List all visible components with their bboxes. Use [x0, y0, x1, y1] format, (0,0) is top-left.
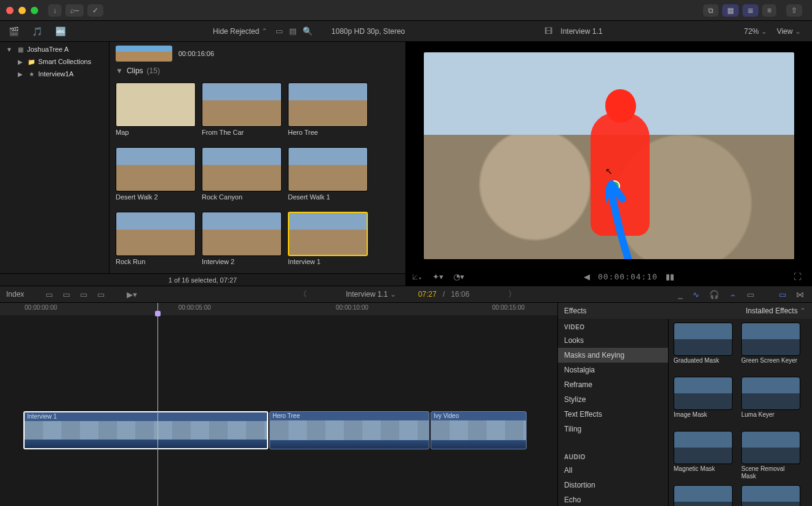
library-icon[interactable]: 🎬	[6, 24, 21, 39]
snapping-icon[interactable]: ⫠	[727, 290, 739, 299]
zoom-menu[interactable]: 72% ⌄	[744, 27, 766, 36]
effects-category[interactable]: Looks	[558, 333, 668, 348]
browser-clip[interactable]: Map	[116, 82, 196, 136]
effects-category[interactable]: Distortion	[558, 478, 668, 492]
background-tasks-button[interactable]: ✓	[87, 4, 103, 17]
timeline-clip[interactable]: Hero Tree	[269, 411, 429, 449]
disclosure-triangle-icon[interactable]: ▶	[16, 71, 25, 78]
hero-thumbnail[interactable]	[116, 46, 172, 62]
enhance-icon[interactable]: ✦▾	[431, 272, 445, 281]
audio-skimming-icon[interactable]: ∿	[691, 290, 701, 299]
browser-clip[interactable]: Desert Walk 2	[116, 147, 196, 201]
maximize-window-button[interactable]	[31, 7, 38, 14]
clip-thumbnail[interactable]	[116, 212, 196, 256]
minimize-window-button[interactable]	[18, 7, 26, 14]
sidebar-item-smart-collections[interactable]: ▶ 📁 Smart Collections	[0, 55, 109, 68]
viewer-canvas[interactable]: ↖ +	[424, 52, 794, 259]
nav-fwd-icon[interactable]: 〉	[506, 289, 518, 300]
import-button[interactable]: ↓	[48, 4, 62, 17]
clip-thumbnail[interactable]	[288, 147, 368, 191]
effects-category[interactable]: All	[558, 463, 668, 478]
effect-item[interactable]: Luma Keyer	[741, 377, 800, 426]
clip-appearance-icon[interactable]: ▭	[276, 26, 283, 36]
clips-header[interactable]: ▼ Clips (15)	[109, 64, 405, 78]
list-view-button[interactable]: ≣	[742, 4, 758, 17]
arrange-button[interactable]: ⧉	[703, 4, 718, 17]
clip-thumbnail[interactable]	[202, 147, 282, 191]
timeline[interactable]: 00:00:00:00 00:00:05:00 00:00:10:00 00:0…	[0, 303, 557, 506]
effects-category[interactable]: Text Effects	[558, 407, 668, 422]
clip-thumbnail[interactable]	[288, 82, 368, 127]
sidebar-item-event[interactable]: ▶ ★ Interview1A	[0, 68, 109, 80]
fullscreen-icon[interactable]: ⛶	[792, 272, 803, 281]
effect-thumbnail[interactable]	[741, 431, 800, 464]
retime-icon[interactable]: ◔▾	[452, 272, 466, 281]
effects-category[interactable]: Stylize	[558, 392, 668, 407]
skimming-icon[interactable]: ⎯	[676, 290, 685, 299]
browser-clip[interactable]: Hero Tree	[288, 82, 368, 136]
effect-thumbnail[interactable]	[741, 323, 800, 356]
effect-thumbnail[interactable]	[674, 377, 733, 410]
transform-icon[interactable]: ⟀▾	[411, 272, 424, 281]
effect-thumbnail[interactable]	[741, 485, 800, 506]
disclosure-triangle-icon[interactable]: ▼	[5, 46, 14, 53]
effects-category[interactable]: Tiling	[558, 422, 668, 436]
browser-clip[interactable]: Interview 1	[288, 212, 368, 265]
timeline-index-button[interactable]: Index	[6, 290, 24, 299]
timeline-clip[interactable]: Ivy Video	[431, 411, 527, 449]
lane-icon[interactable]: ▭	[745, 290, 756, 299]
browser-clip[interactable]: Desert Walk 1	[288, 147, 368, 201]
grid-view-button[interactable]: ▦	[722, 4, 739, 17]
effect-item[interactable]: Vignette Mask	[741, 485, 800, 506]
effects-category[interactable]: Echo	[558, 492, 668, 506]
clip-thumbnail[interactable]	[116, 82, 196, 127]
transitions-browser-icon[interactable]: ⋈	[794, 290, 806, 299]
close-window-button[interactable]	[6, 7, 14, 14]
nav-back-icon[interactable]: 〈	[297, 289, 309, 300]
photos-icon[interactable]: 🎵	[30, 24, 44, 39]
disclosure-triangle-icon[interactable]: ▶	[16, 58, 25, 65]
effect-thumbnail[interactable]	[674, 485, 733, 506]
view-menu[interactable]: View ⌄	[777, 27, 801, 36]
playhead[interactable]	[157, 303, 158, 506]
effects-category[interactable]: Nostalgia	[558, 363, 668, 377]
timeline-clip-audio[interactable]	[431, 440, 526, 449]
titles-icon[interactable]: 🔤	[53, 24, 68, 39]
clip-thumbnail[interactable]	[288, 212, 368, 256]
adjustments-button[interactable]: ≡	[762, 4, 776, 17]
effect-thumbnail[interactable]	[674, 323, 733, 356]
tools-menu-icon[interactable]: ▶▾	[125, 290, 139, 299]
browser-clip[interactable]: Rock Run	[116, 212, 196, 265]
effect-thumbnail[interactable]	[741, 377, 800, 410]
filmstrip-icon[interactable]: ▤	[289, 26, 297, 36]
effect-item[interactable]: Shape Mask	[674, 485, 733, 506]
effect-item[interactable]: Green Screen Keyer	[741, 323, 800, 372]
sidebar-library[interactable]: ▼ ▦ JoshuaTree A	[0, 43, 109, 55]
filter-dropdown[interactable]: Hide Rejected ⌃	[213, 27, 268, 36]
append-icon[interactable]: ▭	[61, 290, 72, 299]
solo-icon[interactable]: 🎧	[707, 290, 721, 299]
effects-scope-menu[interactable]: Installed Effects ⌃	[746, 307, 806, 315]
clip-thumbnail[interactable]	[202, 212, 282, 256]
timeline-clip-audio[interactable]	[25, 440, 267, 448]
timeline-clip[interactable]: Interview 1	[23, 411, 268, 449]
share-button[interactable]: ⇧	[786, 4, 802, 17]
overwrite-icon[interactable]: ▭	[78, 290, 89, 299]
effect-item[interactable]: Image Mask	[674, 377, 733, 426]
keyword-button[interactable]: ⌕━	[65, 4, 84, 17]
clip-thumbnail[interactable]	[202, 82, 282, 127]
effects-category[interactable]: Masks and Keying	[558, 348, 668, 363]
effect-item[interactable]: Scene Removal Mask	[741, 431, 800, 480]
prev-frame-icon[interactable]: ◀	[582, 272, 592, 281]
browser-clip[interactable]: Interview 2	[202, 212, 282, 265]
browser-clip[interactable]: From The Car	[202, 82, 282, 136]
clip-thumbnail[interactable]	[116, 147, 196, 191]
timeline-ruler[interactable]: 00:00:00:00 00:00:05:00 00:00:10:00 00:0…	[0, 303, 557, 315]
effect-thumbnail[interactable]	[674, 431, 733, 464]
effect-item[interactable]: Magnetic Mask	[674, 431, 733, 480]
insert-icon[interactable]: ▭	[44, 290, 55, 299]
viewer[interactable]: ↖ +	[421, 44, 797, 267]
timeline-project-menu[interactable]: Interview 1.1 ⌄	[346, 290, 396, 299]
play-icon[interactable]: ▮▮	[664, 272, 676, 281]
connect-icon[interactable]: ▭	[95, 290, 106, 299]
